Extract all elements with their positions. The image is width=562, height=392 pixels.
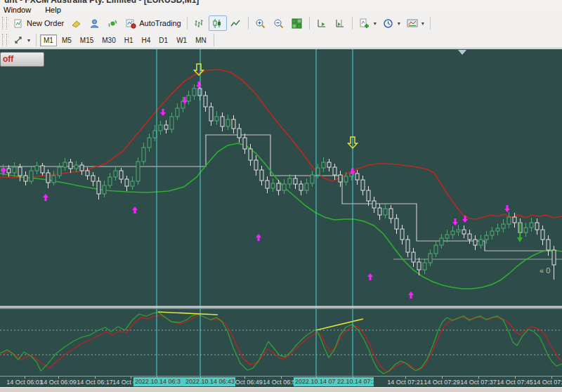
timeframe-m30[interactable]: M30	[98, 34, 119, 46]
auto-scroll-icon	[315, 17, 328, 30]
buy-signal-arrow[interactable]	[132, 207, 138, 214]
candle-body	[547, 240, 550, 250]
bar-chart-button[interactable]	[190, 15, 209, 31]
candle-body	[473, 240, 477, 245]
candle-body	[114, 171, 117, 177]
chart-tools-caret[interactable]: ▾	[27, 37, 30, 44]
sell-signal-arrow[interactable]	[452, 218, 458, 226]
candle-body	[125, 179, 129, 186]
add-indicator-button[interactable]: ▾	[355, 15, 379, 31]
chart-canvas[interactable]: « 0	[0, 49, 562, 376]
candle-body	[58, 167, 61, 176]
new-order-button[interactable]: New Order	[9, 15, 67, 31]
timeframe-mn[interactable]: MN	[192, 34, 210, 46]
signals-button[interactable]	[103, 15, 122, 31]
candle-body	[445, 235, 449, 238]
axis-tick	[95, 377, 96, 379]
axis-tick	[58, 377, 59, 379]
toolbar-grip[interactable]	[2, 17, 7, 30]
candle-body	[159, 125, 162, 131]
chart-tools-button[interactable]: ▾	[9, 32, 33, 48]
menu-window[interactable]: Window	[4, 6, 31, 14]
vline-time-label: 2022.10.14 06:43	[184, 377, 235, 386]
timeframe-h4[interactable]: H4	[138, 34, 155, 46]
sell-signal-arrow[interactable]	[504, 205, 510, 212]
candle-body	[142, 148, 145, 162]
experts-button[interactable]	[67, 15, 85, 31]
candle-body	[513, 217, 516, 223]
ea-off-button[interactable]: off	[0, 52, 44, 67]
zoom-out-button[interactable]	[270, 15, 288, 31]
periods-caret[interactable]: ▾	[398, 20, 400, 27]
candle-body	[7, 169, 11, 173]
autotrading-button[interactable]: AutoTrading	[122, 15, 184, 31]
timeframe-d1[interactable]: D1	[155, 34, 171, 46]
candle-body	[406, 240, 410, 252]
buy-signal-arrow[interactable]	[43, 194, 48, 201]
vline-time-label: 2022.10.14 07:08	[294, 377, 336, 386]
candle-body	[333, 167, 336, 175]
time-axis-label: 14 Oct 06:17	[77, 379, 113, 386]
vline-time-label: 22.10.14 07:16	[336, 377, 374, 386]
accounts-person-icon	[88, 17, 100, 30]
candle-body	[170, 117, 174, 129]
tile-windows-button[interactable]	[288, 15, 306, 31]
metatrader-window: unt - FXCM Australia Pty. Limited - [EUR…	[0, 0, 562, 392]
time-axis-label: 14 Oct 07:21	[387, 379, 424, 386]
panel-collapse-arrow[interactable]	[458, 50, 466, 55]
candle-body	[451, 231, 455, 235]
buy-signal-arrow[interactable]	[408, 292, 414, 299]
sell-signal-arrow[interactable]	[160, 109, 166, 116]
pane-separator[interactable]	[0, 306, 562, 308]
buy-signal-arrow[interactable]	[256, 234, 261, 241]
candle-body	[288, 178, 292, 184]
timeframe-m1[interactable]: M1	[40, 34, 57, 46]
candle-body	[479, 240, 483, 245]
candle-body	[35, 166, 39, 171]
timeframe-bar-grip[interactable]	[2, 34, 7, 46]
candle-body	[24, 176, 27, 181]
timeframe-w1[interactable]: W1	[173, 34, 190, 46]
bar-chart-icon	[193, 17, 206, 30]
candle-body	[322, 162, 325, 168]
candle-body	[209, 107, 213, 121]
candle-body	[41, 166, 44, 173]
candle-body	[457, 230, 460, 232]
oscillator-red-line	[0, 315, 562, 372]
candle-body	[243, 138, 247, 149]
templates-button[interactable]: ▾	[403, 15, 427, 31]
candle-body	[535, 223, 539, 230]
candle-body	[400, 229, 404, 240]
candle-body	[417, 262, 421, 270]
templates-caret[interactable]: ▾	[422, 20, 424, 27]
sell-signal-arrow[interactable]	[196, 81, 202, 89]
buy-signal-arrow[interactable]	[367, 273, 373, 280]
timeframe-m15[interactable]: M15	[77, 34, 97, 46]
candle-body	[52, 176, 55, 183]
trade-exit-arrowhead	[517, 237, 523, 242]
timeframe-m5[interactable]: M5	[58, 34, 75, 46]
candle-body	[249, 149, 252, 160]
candle-body	[221, 117, 224, 126]
candle-body	[176, 108, 179, 117]
chart-shift-button[interactable]	[331, 15, 349, 31]
candle-body	[80, 165, 84, 171]
chart-region: « 0 off 14 Oct 06:0114 Oct 06:0914 Oct 0…	[0, 49, 562, 392]
candle-body	[395, 218, 398, 229]
zoom-in-button[interactable]	[251, 15, 270, 31]
add-indicator-caret[interactable]: ▾	[374, 20, 377, 27]
menu-help[interactable]: Help	[45, 6, 61, 14]
candle-body	[232, 119, 235, 129]
autotrading-icon	[124, 17, 137, 30]
auto-scroll-button[interactable]	[313, 15, 331, 31]
candle-body	[327, 162, 331, 167]
candlestick-chart-button[interactable]	[209, 15, 227, 31]
candle-body	[266, 181, 269, 188]
accounts-button[interactable]	[85, 15, 103, 31]
timeframe-h1[interactable]: H1	[121, 34, 137, 46]
time-axis[interactable]: 14 Oct 06:0114 Oct 06:0914 Oct 06:1714 O…	[0, 376, 562, 388]
candle-body	[153, 131, 157, 138]
line-chart-button[interactable]	[227, 15, 245, 31]
periods-button[interactable]: ▾	[379, 15, 403, 31]
oscillator-trendline[interactable]	[158, 312, 218, 315]
